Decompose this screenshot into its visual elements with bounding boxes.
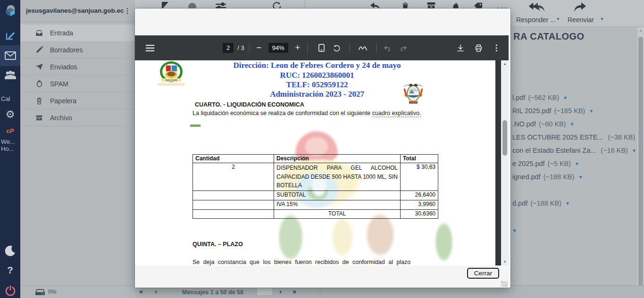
- toolbar-divider: [305, 0, 305, 8]
- forward-button[interactable]: Reenviar: [562, 1, 600, 24]
- attachment-name: e 2025.pdf: [512, 160, 545, 167]
- account-menu-icon[interactable]: ⋮: [124, 7, 136, 15]
- webmail-app: Cal ⚙ cP We... Ho... ? jesusgavilanes@sa…: [0, 0, 644, 298]
- pdf-page: SAN JUAN: [135, 60, 495, 265]
- archive-box-icon: [34, 115, 44, 121]
- attachment-name: con el Estado Estefani Za...: [512, 147, 596, 154]
- folder-label: SPAM: [50, 80, 68, 88]
- next-page-icon[interactable]: ›: [279, 287, 282, 295]
- settings-gear-icon[interactable]: ⚙: [0, 108, 20, 122]
- attachment-menu-icon[interactable]: ▼: [575, 161, 579, 166]
- sidebar-item-enviados[interactable]: Enviados: [20, 58, 135, 75]
- storage-icon: [35, 289, 45, 295]
- pdf-viewport[interactable]: SAN JUAN: [135, 60, 509, 265]
- message-subject: RA CATALOGO: [513, 31, 585, 42]
- attachment-size: (~188 KB): [544, 173, 575, 181]
- attachment-item[interactable]: RIL 2025.pdf(~185 KB)▼: [512, 107, 594, 115]
- attachment-menu-icon[interactable]: ▼: [565, 201, 570, 206]
- zoom-out-icon[interactable]: −: [251, 41, 267, 56]
- attachment-menu-icon[interactable]: ▼: [632, 148, 636, 153]
- print-icon[interactable]: [471, 41, 486, 56]
- reply-all-button[interactable]: Responder ...: [515, 1, 557, 24]
- attachment-size: (~185 KB): [554, 107, 585, 115]
- attachment-menu-icon[interactable]: ▼: [563, 95, 568, 100]
- message-scrollbar[interactable]: ▲ ▼: [637, 27, 644, 298]
- last-page-icon[interactable]: »: [293, 287, 296, 295]
- col-header-descripcion: Descripción: [274, 155, 401, 163]
- doc-address-line: Dirección: Leon de Febres Cordero y 24 d…: [152, 61, 482, 70]
- attachment-item[interactable]: con el Estado Estefani Za...(~16 KB)▼: [512, 147, 636, 154]
- attachment-item[interactable]: LES OCTUBRE 2025 ESTE...(~38 KB)▼: [512, 133, 644, 141]
- inbox-icon: [34, 30, 44, 36]
- expand-caret-icon[interactable]: ▼: [512, 228, 517, 233]
- storage-footer: 0%: [20, 285, 135, 298]
- sidebar-item-papelera[interactable]: Papelera: [20, 92, 135, 109]
- webhost-label-2: Ho...: [0, 145, 20, 152]
- cell-qty: 2: [193, 163, 274, 191]
- fit-page-icon[interactable]: [314, 41, 329, 56]
- redo-icon: [395, 41, 410, 56]
- liquidation-table: Cantidad Descripción Total 2 DISPENSADOR…: [192, 154, 438, 219]
- pdf-scrollbar-thumb[interactable]: [502, 120, 507, 156]
- cell-iva-label: IVA 15%: [274, 200, 401, 209]
- reply-caret-icon[interactable]: ▼: [556, 17, 560, 21]
- doc-admin-line: Administración 2023 - 2027: [152, 90, 482, 99]
- prev-page-icon[interactable]: ‹: [155, 287, 157, 295]
- cell-subtotal-label: SUBTOTAL: [274, 190, 401, 200]
- dark-mode-moon-icon[interactable]: [0, 243, 20, 258]
- download-icon[interactable]: [453, 41, 468, 56]
- attachment-name: l.pdf: [512, 94, 525, 101]
- attachment-name: d.pdf: [512, 199, 527, 207]
- sidebar-item-entrada[interactable]: Entrada: [20, 25, 135, 41]
- page-input[interactable]: [257, 288, 273, 296]
- pdf-zoom-level[interactable]: 94%: [268, 43, 288, 53]
- attachment-item[interactable]: igned.pdf(~188 KB)▼: [512, 173, 583, 181]
- resize-handle[interactable]: [501, 281, 508, 287]
- pdf-scrollbar[interactable]: ▲ ▼: [501, 60, 509, 265]
- close-modal-button[interactable]: Cerrar: [467, 268, 499, 279]
- undo-icon: [380, 41, 395, 56]
- pdf-menu-icon[interactable]: [142, 41, 158, 56]
- doc-section4-title: CUARTO. - LIQUIDACIÓN ECONOMICA: [195, 101, 304, 108]
- rotate-icon[interactable]: [329, 41, 344, 56]
- mail-nav-button[interactable]: [0, 45, 20, 66]
- logout-power-icon[interactable]: [0, 283, 20, 298]
- cpanel-icon[interactable]: cP: [0, 126, 20, 135]
- attachment-size: (~60 KB): [539, 120, 566, 128]
- scrollbar-thumb[interactable]: [638, 37, 643, 291]
- expand-quoted-toggle[interactable]: ▼: [512, 227, 517, 234]
- account-header[interactable]: jesusgavilanes@sanjuan.gob.ec ⋮: [20, 0, 135, 22]
- left-rail: Cal ⚙ cP We... Ho... ?: [0, 0, 20, 298]
- sidebar-item-spam[interactable]: SPAM: [20, 75, 135, 92]
- attachment-item[interactable]: l.pdf(~562 KB)▼: [512, 94, 568, 101]
- attachment-menu-icon[interactable]: ▼: [578, 174, 583, 180]
- sidebar-item-borradores[interactable]: Borradores: [20, 41, 135, 58]
- attachment-menu-icon[interactable]: ▼: [589, 108, 594, 114]
- zoom-in-icon[interactable]: +: [290, 41, 305, 56]
- attachment-item[interactable]: e 2025.pdf(~5 KB)▼: [512, 160, 579, 167]
- attachment-menu-icon[interactable]: ▼: [570, 122, 575, 127]
- help-icon[interactable]: ?: [0, 263, 20, 277]
- sidebar-item-archivo[interactable]: Archivo: [20, 109, 135, 126]
- annotate-pen-icon[interactable]: [355, 41, 370, 56]
- folder-label: Enviados: [50, 63, 77, 71]
- pdf-scroll-down-icon[interactable]: ▼: [503, 260, 507, 264]
- pdf-scroll-up-icon[interactable]: ▲: [503, 62, 507, 66]
- compose-button[interactable]: [0, 27, 20, 43]
- pdf-more-icon[interactable]: ⋮: [489, 41, 504, 56]
- attachment-item[interactable]: d.pdf(~188 KB)▼: [512, 199, 570, 207]
- attachment-size: (~38 KB): [608, 133, 636, 141]
- green-highlight-mark: [190, 124, 201, 127]
- forward-caret-icon[interactable]: ▼: [600, 17, 604, 21]
- pdf-page-input[interactable]: 2: [223, 43, 234, 53]
- first-page-icon[interactable]: «: [139, 287, 143, 295]
- storage-percent: 0%: [48, 289, 56, 295]
- attachment-size: (~16 KB): [601, 147, 628, 154]
- doc-phone-line: TELF: 052959122: [152, 80, 482, 90]
- flame-icon: [34, 80, 44, 88]
- contacts-nav-button[interactable]: [0, 67, 20, 83]
- scroll-up-icon[interactable]: ▲: [639, 28, 643, 33]
- cell-total-value: 30,6360: [401, 209, 438, 218]
- attachment-item[interactable]: .NO.pdf(~60 KB)▼: [512, 120, 575, 128]
- calendar-nav-label[interactable]: Cal: [0, 94, 20, 103]
